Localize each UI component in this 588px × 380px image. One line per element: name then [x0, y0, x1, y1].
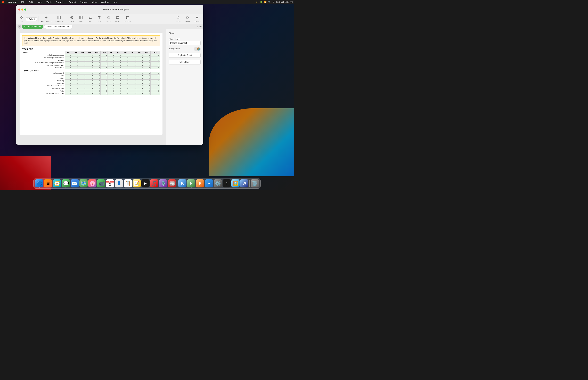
organize-button[interactable]: Organize	[192, 15, 202, 23]
data-cell[interactable]: 0	[94, 59, 101, 62]
data-cell[interactable]: 0	[86, 64, 94, 67]
dock-item-calculator[interactable]: #	[223, 179, 231, 188]
data-cell[interactable]: 0	[94, 85, 101, 87]
data-cell[interactable]: 0	[101, 80, 108, 82]
data-cell[interactable]: 0	[143, 67, 151, 69]
data-cell[interactable]: 0	[65, 62, 72, 64]
table-row[interactable]: Insurance0000000000000	[22, 82, 160, 85]
data-cell[interactable]: 0	[143, 59, 151, 62]
data-cell[interactable]: 0	[72, 62, 79, 64]
data-cell[interactable]: 0	[151, 59, 160, 62]
data-cell[interactable]: 0	[94, 67, 101, 69]
data-cell[interactable]: 0	[115, 75, 122, 77]
data-cell[interactable]: 0	[101, 90, 108, 92]
data-cell[interactable]: 0	[86, 87, 94, 90]
data-cell[interactable]: 0	[65, 85, 72, 87]
table-row[interactable]: Ave. Cost of Goods Sold per client/produ…	[22, 62, 160, 64]
tab-income-statement[interactable]: Income Statement	[22, 25, 43, 29]
data-cell[interactable]: 0	[115, 64, 122, 67]
data-cell[interactable]: 0	[72, 64, 79, 67]
data-cell[interactable]: 0	[151, 90, 160, 92]
data-cell[interactable]: 0	[101, 62, 108, 64]
data-cell[interactable]: 0	[136, 54, 143, 57]
data-cell[interactable]: 0	[143, 57, 151, 59]
data-cell[interactable]: 0	[129, 77, 136, 80]
data-cell[interactable]: 0	[122, 62, 129, 64]
data-cell[interactable]: 0	[79, 87, 86, 90]
data-cell[interactable]: 0	[72, 57, 79, 59]
data-cell[interactable]: 0	[136, 67, 143, 69]
data-cell[interactable]: 0	[108, 82, 115, 85]
data-cell[interactable]: 0	[108, 72, 115, 75]
data-cell[interactable]: 0	[72, 54, 79, 57]
data-cell[interactable]: 0	[79, 64, 86, 67]
data-cell[interactable]: 0	[143, 64, 151, 67]
data-cell[interactable]: 0	[101, 77, 108, 80]
data-cell[interactable]: 0	[151, 85, 160, 87]
data-cell[interactable]: 0	[115, 80, 122, 82]
data-cell[interactable]: 0	[72, 67, 79, 69]
table-row[interactable]: Gross Profit0000000000000	[22, 67, 160, 69]
net-income-cell[interactable]: 0	[79, 92, 86, 95]
data-cell[interactable]: 0	[86, 77, 94, 80]
data-cell[interactable]: 0	[108, 54, 115, 57]
delete-sheet-button[interactable]: Delete Sheet	[169, 60, 201, 64]
data-cell[interactable]: 0	[136, 87, 143, 90]
table-row[interactable]: # of clients/products sold0000000000000	[22, 54, 160, 57]
net-income-cell[interactable]: 0	[115, 92, 122, 95]
data-cell[interactable]: 0	[86, 80, 94, 82]
data-cell[interactable]: 0	[94, 90, 101, 92]
table-button[interactable]: Table	[77, 15, 85, 23]
data-cell[interactable]: 0	[151, 87, 160, 90]
dock-item-podcasts[interactable]: 🎙️	[159, 179, 167, 188]
data-cell[interactable]: 0	[115, 54, 122, 57]
data-cell[interactable]: 0	[72, 72, 79, 75]
data-cell[interactable]: 0	[151, 67, 160, 69]
data-cell[interactable]: 0	[143, 54, 151, 57]
data-cell[interactable]: 0	[129, 85, 136, 87]
data-cell[interactable]: 0	[79, 72, 86, 75]
data-cell[interactable]: 0	[101, 54, 108, 57]
net-income-cell[interactable]: 0	[136, 92, 143, 95]
media-button[interactable]: Media	[114, 15, 122, 23]
data-cell[interactable]: 0	[86, 54, 94, 57]
data-cell[interactable]: 0	[108, 85, 115, 87]
net-income-cell[interactable]: 0	[108, 92, 115, 95]
data-cell[interactable]: 0	[122, 57, 129, 59]
minimize-button[interactable]	[21, 8, 23, 11]
data-cell[interactable]: 0	[143, 82, 151, 85]
data-cell[interactable]: 0	[151, 64, 160, 67]
data-cell[interactable]: 0	[122, 90, 129, 92]
data-cell[interactable]: 0	[101, 82, 108, 85]
view-button[interactable]: View	[18, 15, 25, 23]
data-cell[interactable]: 0	[151, 54, 160, 57]
sheet-name-input[interactable]	[169, 41, 201, 45]
data-cell[interactable]: 0	[151, 77, 160, 80]
dock-item-finder[interactable]: 🔵	[35, 179, 43, 188]
data-cell[interactable]: 0	[143, 75, 151, 77]
data-cell[interactable]: 0	[86, 90, 94, 92]
data-cell[interactable]: 0	[79, 67, 86, 69]
data-cell[interactable]: 0	[136, 85, 143, 87]
data-cell[interactable]: 0	[79, 54, 86, 57]
net-income-row[interactable]: Net Income Before Taxes0000000000000	[22, 92, 160, 95]
data-cell[interactable]: 0	[94, 72, 101, 75]
dock-item-notes[interactable]: 📝	[133, 179, 141, 188]
data-cell[interactable]: 0	[65, 77, 72, 80]
menubar-view[interactable]: View	[91, 1, 97, 3]
data-cell[interactable]: 0	[72, 85, 79, 87]
data-cell[interactable]: 0	[151, 75, 160, 77]
data-cell[interactable]: 0	[65, 82, 72, 85]
dock-item-keynote[interactable]: K	[178, 179, 187, 188]
menubar-app-name[interactable]: Numbers	[7, 1, 18, 3]
net-income-cell[interactable]: 0	[122, 92, 129, 95]
menubar-insert[interactable]: Insert	[36, 1, 43, 3]
net-income-cell[interactable]: 0	[151, 92, 160, 95]
zoom-control[interactable]: 125% ▼	[26, 17, 37, 21]
dock-item-calendar[interactable]: DEC 2	[106, 179, 114, 188]
data-cell[interactable]: 0	[108, 90, 115, 92]
data-cell[interactable]: 0	[94, 64, 101, 67]
data-cell[interactable]: 0	[94, 54, 101, 57]
dock-item-settings[interactable]: ⚙️	[214, 179, 222, 188]
data-cell[interactable]: 0	[143, 80, 151, 82]
